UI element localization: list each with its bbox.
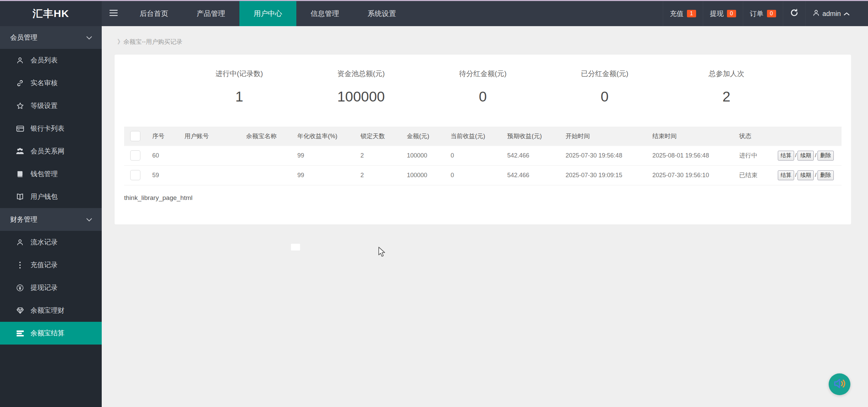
stat-value: 0: [544, 89, 666, 105]
list-icon: [15, 330, 25, 337]
cell-account: [183, 146, 245, 165]
col-account: 用户账号: [183, 127, 245, 146]
cell-amount: 100000: [406, 146, 449, 165]
main-content: 》余额宝--用户购买记录 进行中(记录数) 1 资金池总额(元) 100000 …: [102, 26, 868, 407]
sidebar: 会员管理 会员列表 实名审核 等级设置 银行卡列表 会员关系网: [0, 26, 102, 407]
cell-yuebao-name: [245, 146, 296, 165]
cell-start-time: 2025-07-30 19:09:15: [564, 165, 651, 185]
orders-label: 订单: [750, 9, 764, 18]
cell-status: 进行中: [738, 146, 776, 165]
sidebar-item-realname-review[interactable]: 实名审核: [0, 72, 102, 94]
settle-button[interactable]: 结算: [778, 170, 794, 180]
action-separator: /: [794, 152, 797, 158]
orders-count-badge: 0: [767, 10, 776, 17]
item-label: 充值记录: [31, 260, 58, 270]
stat-ongoing-records: 进行中(记录数) 1: [178, 69, 300, 105]
cell-current-profit: 0: [449, 146, 506, 165]
yen-circle-icon: [15, 284, 25, 292]
item-label: 用户钱包: [31, 192, 58, 201]
sidebar-item-level-settings[interactable]: 等级设置: [0, 94, 102, 117]
sidebar-item-yuebao-settlement[interactable]: 余额宝结算: [0, 322, 102, 345]
stat-value: 100000: [300, 89, 422, 105]
item-label: 流水记录: [31, 238, 58, 247]
sidebar-item-transaction-records[interactable]: 流水记录: [0, 231, 102, 254]
item-label: 提现记录: [31, 283, 58, 292]
hamburger-icon: [110, 10, 118, 18]
renew-button[interactable]: 续期: [797, 151, 814, 161]
sidebar-item-user-wallet[interactable]: 用户钱包: [0, 185, 102, 208]
ellipsis-vertical-icon: [15, 261, 25, 269]
refresh-button[interactable]: [783, 1, 805, 26]
nav-tab-user-center[interactable]: 用户中心: [239, 1, 296, 26]
cell-seq: 59: [151, 165, 183, 185]
users-icon: [15, 148, 25, 155]
sidebar-section-finance-mgmt[interactable]: 财务管理: [0, 208, 102, 231]
delete-button[interactable]: 删除: [817, 170, 834, 180]
action-separator: /: [814, 172, 817, 178]
row-checkbox[interactable]: [130, 170, 140, 180]
nav-tab-product-mgmt[interactable]: 产品管理: [182, 1, 239, 26]
star-icon: [15, 102, 25, 110]
cell-end-time: 2025-08-01 19:56:48: [651, 146, 738, 165]
col-amount: 金额(元): [406, 127, 449, 146]
action-separator: /: [814, 152, 817, 158]
col-lock-days: 锁定天数: [359, 127, 406, 146]
stray-white-chip: [291, 244, 300, 251]
section-label: 会员管理: [10, 33, 37, 42]
recharge-label: 充值: [670, 9, 684, 18]
item-label: 等级设置: [31, 101, 58, 110]
orders-shortcut[interactable]: 订单 0: [743, 1, 783, 26]
stat-label: 进行中(记录数): [178, 69, 300, 78]
content-card: 进行中(记录数) 1 资金池总额(元) 100000 待分红金额(元) 0 已分…: [115, 55, 851, 224]
withdraw-shortcut[interactable]: 提现 0: [703, 1, 743, 26]
item-label: 余额宝结算: [31, 329, 64, 338]
nav-tab-system-settings[interactable]: 系统设置: [353, 1, 410, 26]
item-label: 会员列表: [31, 56, 58, 65]
open-book-icon: [15, 193, 25, 200]
nav-tab-info-mgmt[interactable]: 信息管理: [296, 1, 353, 26]
cell-annual-rate: 99: [296, 165, 359, 185]
pagination-placeholder-text: think_library_page_html: [124, 194, 842, 202]
delete-button[interactable]: 删除: [817, 151, 834, 161]
sidebar-item-bankcard-list[interactable]: 银行卡列表: [0, 117, 102, 140]
sidebar-item-recharge-records[interactable]: 充值记录: [0, 254, 102, 276]
settle-button[interactable]: 结算: [778, 151, 794, 161]
sidebar-item-withdraw-records[interactable]: 提现记录: [0, 276, 102, 299]
sidebar-toggle-button[interactable]: [102, 1, 125, 26]
audio-fab-button[interactable]: [829, 373, 850, 395]
col-start-time: 开始时间: [564, 127, 651, 146]
table-row: 60 99 2 100000 0 542.466 2025-07-30 19:5…: [124, 146, 842, 165]
select-all-checkbox[interactable]: [130, 131, 140, 141]
sidebar-section-member-mgmt[interactable]: 会员管理: [0, 26, 102, 49]
user-icon: [15, 57, 25, 64]
item-label: 实名审核: [31, 78, 58, 88]
sidebar-item-member-network[interactable]: 会员关系网: [0, 140, 102, 163]
withdraw-label: 提现: [710, 9, 724, 18]
row-checkbox[interactable]: [130, 150, 140, 161]
refresh-icon: [790, 8, 798, 19]
credit-card-icon: [15, 125, 25, 132]
sidebar-item-yuebao-finance[interactable]: 余额宝理财: [0, 299, 102, 322]
admin-username: admin: [823, 10, 841, 18]
cell-expected-profit: 542.466: [506, 146, 564, 165]
col-seq: 序号: [151, 127, 183, 146]
sidebar-item-wallet-mgmt[interactable]: 钱包管理: [0, 163, 102, 185]
chevron-down-icon: [86, 34, 92, 41]
stat-value: 1: [178, 89, 300, 105]
sidebar-item-member-list[interactable]: 会员列表: [0, 49, 102, 72]
cell-actions: 结算/续期/删除: [776, 146, 842, 165]
stat-label: 待分红金额(元): [422, 69, 544, 78]
gem-icon: [15, 307, 25, 314]
cell-lock-days: 2: [359, 146, 406, 165]
withdraw-count-badge: 0: [727, 10, 736, 17]
admin-user-icon: [812, 9, 820, 18]
admin-menu[interactable]: admin: [805, 1, 856, 26]
cell-start-time: 2025-07-30 19:56:48: [564, 146, 651, 165]
stat-paid-dividend: 已分红金额(元) 0: [544, 69, 666, 105]
cell-seq: 60: [151, 146, 183, 165]
renew-button[interactable]: 续期: [797, 170, 814, 180]
nav-tab-backend-home[interactable]: 后台首页: [125, 1, 182, 26]
recharge-shortcut[interactable]: 充值 1: [663, 1, 703, 26]
stat-total-participants: 总参加人次 2: [666, 69, 787, 105]
col-actions: [776, 127, 842, 146]
